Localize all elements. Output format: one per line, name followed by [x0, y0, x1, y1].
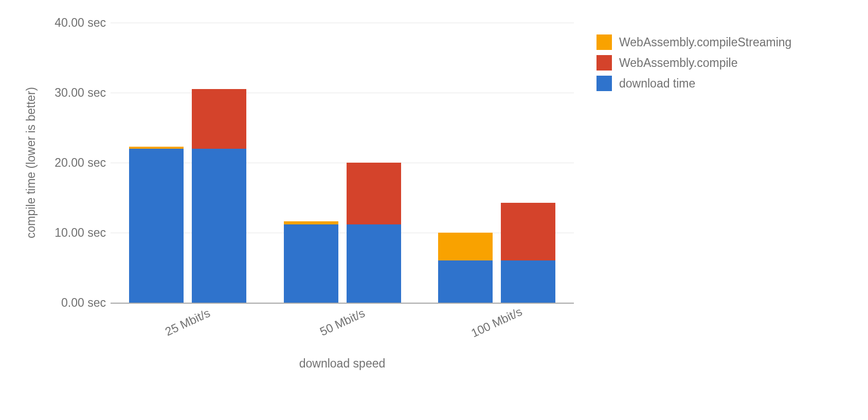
- y-tick-label: 20.00 sec: [44, 156, 106, 170]
- bar-segment: [129, 149, 184, 303]
- x-tick-label: 100 Mbit/s: [447, 294, 546, 351]
- legend-swatch: [596, 76, 612, 91]
- bar-segment: [192, 89, 246, 149]
- bar-segment: [438, 260, 493, 303]
- bar-segment: [347, 224, 401, 303]
- bar-segment: [501, 203, 555, 261]
- legend-swatch: [596, 34, 612, 50]
- legend-label: WebAssembly.compile: [619, 56, 738, 70]
- legend-item: download time: [596, 76, 791, 91]
- bar-segment: [438, 233, 493, 260]
- y-axis-label: compile time (lower is better): [24, 87, 38, 238]
- chart-container: compile time (lower is better) download …: [0, 0, 868, 420]
- bar: [347, 163, 401, 303]
- legend: WebAssembly.compileStreamingWebAssembly.…: [596, 34, 791, 96]
- y-tick-label: 0.00 sec: [44, 296, 106, 310]
- plot-area: download speed 0.00 sec10.00 sec20.00 se…: [111, 23, 574, 304]
- legend-item: WebAssembly.compile: [596, 55, 791, 71]
- y-tick-label: 30.00 sec: [44, 86, 106, 100]
- x-tick-label: 25 Mbit/s: [138, 294, 238, 351]
- x-tick-label: 50 Mbit/s: [293, 294, 392, 351]
- bar-segment: [347, 163, 401, 224]
- legend-label: download time: [619, 77, 695, 91]
- legend-swatch: [596, 55, 612, 71]
- bar-segment: [192, 149, 246, 303]
- y-tick-label: 10.00 sec: [44, 226, 106, 240]
- x-axis-label: download speed: [111, 357, 574, 371]
- bar-segment: [501, 260, 555, 303]
- bar: [438, 233, 493, 303]
- gridline: [111, 23, 574, 23]
- bar: [284, 221, 338, 303]
- bar: [501, 203, 555, 303]
- bar-segment: [284, 224, 338, 303]
- bar: [192, 89, 246, 303]
- legend-item: WebAssembly.compileStreaming: [596, 34, 791, 50]
- bar: [129, 147, 184, 303]
- gridline: [111, 93, 574, 93]
- y-tick-label: 40.00 sec: [44, 16, 106, 30]
- legend-label: WebAssembly.compileStreaming: [619, 36, 791, 49]
